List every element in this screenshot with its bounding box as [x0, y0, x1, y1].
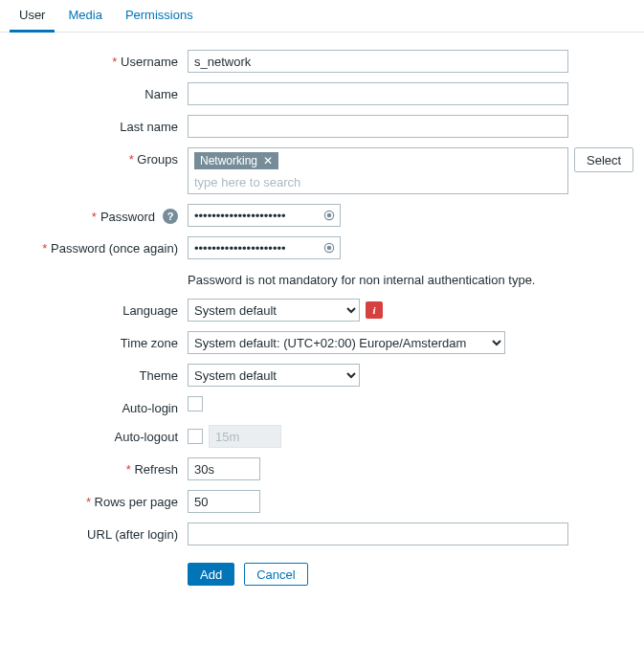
- label-timezone: Time zone: [10, 331, 188, 350]
- svg-point-3: [327, 246, 331, 250]
- add-button[interactable]: Add: [188, 563, 234, 586]
- password-eye-icon[interactable]: [322, 240, 337, 256]
- tab-media[interactable]: Media: [56, 0, 113, 32]
- password-confirm-input[interactable]: [188, 236, 341, 259]
- label-url: URL (after login): [10, 523, 188, 542]
- group-tag: Networking ✕: [194, 152, 278, 169]
- groups-multiselect[interactable]: Networking ✕: [188, 147, 568, 194]
- info-icon[interactable]: i: [366, 301, 383, 319]
- label-autologout: Auto-logout: [10, 425, 188, 444]
- tabs: User Media Permissions: [0, 0, 644, 33]
- label-rows: Rows per page: [10, 490, 188, 509]
- refresh-input[interactable]: [188, 457, 260, 480]
- cancel-button[interactable]: Cancel: [244, 563, 307, 586]
- lastname-input[interactable]: [188, 115, 568, 138]
- tab-user[interactable]: User: [8, 0, 56, 32]
- groups-search-input[interactable]: [194, 173, 562, 191]
- group-tag-label: Networking: [200, 154, 257, 167]
- label-theme: Theme: [10, 364, 188, 383]
- select-groups-button[interactable]: Select: [574, 147, 633, 172]
- label-username: Username: [10, 50, 188, 69]
- svg-point-1: [327, 213, 331, 217]
- label-name: Name: [10, 82, 188, 101]
- password-input[interactable]: [188, 204, 341, 227]
- label-password: Password: [100, 210, 155, 224]
- help-icon[interactable]: ?: [163, 209, 178, 224]
- tab-permissions[interactable]: Permissions: [114, 0, 205, 32]
- autologout-checkbox[interactable]: [188, 429, 203, 444]
- label-autologin: Auto-login: [10, 396, 188, 415]
- label-lastname: Last name: [10, 115, 188, 134]
- timezone-select[interactable]: System default: (UTC+02:00) Europe/Amste…: [188, 331, 505, 354]
- remove-group-icon[interactable]: ✕: [263, 155, 273, 167]
- username-input[interactable]: [188, 50, 568, 73]
- label-language: Language: [10, 299, 188, 318]
- password-hint: Password is not mandatory for non intern…: [188, 269, 634, 299]
- user-form: Username Name Last name Groups Networkin…: [0, 33, 644, 603]
- label-groups: Groups: [10, 147, 188, 167]
- rows-input[interactable]: [188, 490, 260, 513]
- language-select[interactable]: System default: [188, 299, 360, 322]
- url-input[interactable]: [188, 523, 568, 545]
- autologout-value: 15m: [209, 425, 281, 448]
- password-eye-icon[interactable]: [322, 208, 337, 223]
- theme-select[interactable]: System default: [188, 364, 360, 387]
- name-input[interactable]: [188, 82, 568, 105]
- autologin-checkbox[interactable]: [188, 396, 203, 411]
- label-refresh: Refresh: [10, 457, 188, 477]
- label-password2: Password (once again): [10, 236, 188, 256]
